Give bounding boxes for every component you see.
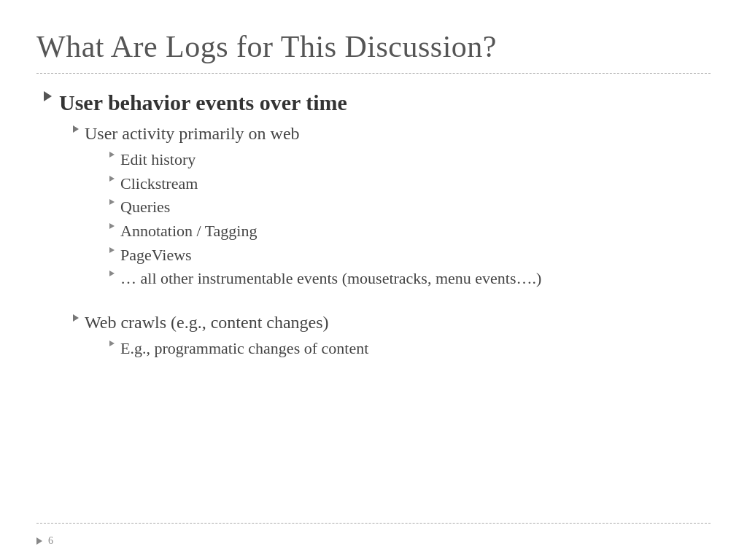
spacer-1 [44, 297, 711, 311]
bullet-arrow-l3-4 [109, 223, 115, 229]
bullet-arrow-l2-2 [73, 314, 79, 322]
level3-item-3: Queries [44, 197, 711, 218]
level1-label-1: User behavior events over time [59, 88, 347, 117]
level3-label-4: Annotation / Tagging [120, 221, 257, 242]
level2-item-2: Web crawls (e.g., content changes) [44, 311, 711, 334]
level3-item-7: E.g., programmatic changes of content [44, 338, 711, 359]
level3-label-3: Queries [120, 197, 170, 218]
page-number: 6 [48, 535, 53, 547]
bullet-arrow-l3-2 [109, 176, 115, 182]
bullet-arrow-l1 [44, 91, 52, 101]
slide: What Are Logs for This Discussion? User … [0, 0, 747, 560]
bullet-arrow-l3-6 [109, 271, 115, 276]
level2-label-2: Web crawls (e.g., content changes) [85, 311, 329, 334]
bullet-arrow-l3-7 [109, 341, 115, 346]
footer-arrow-icon [36, 537, 42, 545]
level2-label-1: User activity primarily on web [85, 122, 300, 145]
bullet-arrow-l3-3 [109, 199, 115, 205]
level2-item-1: User activity primarily on web [44, 122, 711, 145]
level3-list-2: E.g., programmatic changes of content [44, 338, 711, 359]
content-area: User behavior events over time User acti… [36, 88, 711, 538]
level3-label-6: … all other instrumentable events (mouse… [120, 268, 541, 289]
bullet-arrow-l2-1 [73, 125, 79, 133]
level3-item-4: Annotation / Tagging [44, 221, 711, 242]
level3-item-2: Clickstream [44, 174, 711, 195]
bullet-arrow-l3-5 [109, 247, 115, 253]
bullet-arrow-l3-1 [109, 152, 115, 158]
level3-label-7: E.g., programmatic changes of content [120, 338, 368, 359]
level3-label-5: PageViews [120, 245, 192, 266]
level1-item-1: User behavior events over time [44, 88, 711, 117]
level3-label-2: Clickstream [120, 174, 198, 195]
slide-title: What Are Logs for This Discussion? [36, 29, 711, 64]
level3-list-1: Edit history Clickstream Queries Annotat… [44, 149, 711, 289]
level2-group-1: User activity primarily on web Edit hist… [44, 122, 711, 359]
level3-item-6: … all other instrumentable events (mouse… [44, 268, 711, 289]
level3-item-1: Edit history [44, 149, 711, 171]
level3-label-1: Edit history [120, 149, 196, 171]
slide-footer: 6 [36, 535, 53, 547]
bottom-divider [36, 523, 711, 524]
level3-item-5: PageViews [44, 245, 711, 266]
top-divider [36, 73, 711, 74]
